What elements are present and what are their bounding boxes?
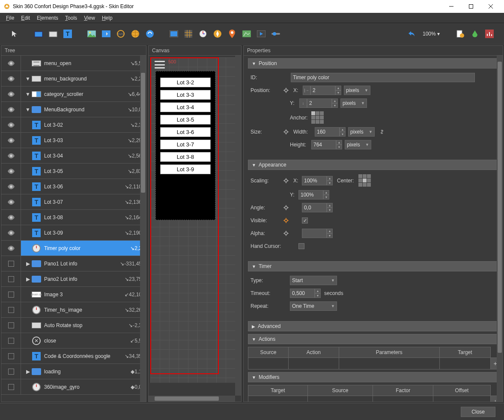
close-button[interactable]: Close [461,407,495,417]
properties-scrollbar[interactable] [497,56,503,402]
scaling-link-icon[interactable] [282,177,290,185]
tool-slider[interactable] [270,28,282,40]
tool-media[interactable] [255,28,267,40]
tool-map[interactable] [241,28,253,40]
tree-item[interactable]: TLot 3-08↘2,164 [21,210,146,225]
width-input[interactable] [315,127,340,137]
visibility-toggle[interactable] [1,86,21,102]
angle-link-icon[interactable] [282,204,290,211]
position-link-icon[interactable] [282,86,290,94]
visibility-toggle[interactable] [1,148,21,164]
menu-elements[interactable]: Elements [33,14,62,22]
angle-input[interactable] [302,203,327,212]
visibility-toggle[interactable] [1,349,21,364]
x-align-icon[interactable]: |→ [303,86,310,95]
y-spinner[interactable]: ▲▼ [332,98,338,108]
chain-icon[interactable] [378,128,386,136]
tree-item[interactable]: TLot 3-03↘2,29 [21,133,146,148]
x-unit-select[interactable]: pixels▼ [344,86,370,95]
tool-select[interactable] [9,28,21,40]
tree-item[interactable]: ▶Pano1 Lot info↘-331,45 [21,256,146,271]
tree-item[interactable]: TLot 3-02↘2,3 [21,117,146,132]
width-spinner[interactable]: ▲▼ [340,127,346,137]
menu-view[interactable]: View [81,14,98,22]
tree-expander[interactable]: ▼ [24,107,31,113]
center-grid[interactable] [358,174,371,187]
tree-item[interactable]: 360image_gyro◆0,0 [21,379,146,394]
tool-undo[interactable] [406,28,418,40]
visibility-toggle[interactable] [1,241,21,256]
tool-image[interactable] [86,28,98,40]
tool-container[interactable] [33,28,45,40]
size-link-icon[interactable] [282,128,290,136]
height-spinner[interactable]: ▲▼ [336,140,342,149]
visibility-toggle[interactable] [1,271,21,287]
canvas-lot-item[interactable]: Lot 3-3 [160,90,211,100]
tree-item[interactable]: ✕close↙5,5 [21,333,146,348]
tool-timer[interactable] [197,28,209,40]
tool-settings[interactable] [483,28,495,40]
width-unit-select[interactable]: pixels▼ [348,127,375,137]
tree-item[interactable]: ▶loading◆1,1 [21,364,146,379]
tool-button[interactable] [100,28,112,40]
visibility-toggle[interactable] [1,194,21,210]
tree-item[interactable]: TCode & Coordonnées google↘34,35 [21,349,146,363]
tree-item[interactable]: ▶Pano2 Lot info↘23,75 [21,271,146,286]
tree-scrollbar[interactable] [140,56,146,402]
alpha-link-icon[interactable] [282,229,290,237]
visibility-toggle[interactable] [1,133,21,148]
visibility-toggle[interactable] [1,210,21,225]
section-advanced-header[interactable]: ▶Advanced [248,321,500,331]
menu-help[interactable]: Help [98,14,116,22]
visibility-toggle[interactable] [1,379,21,395]
section-actions-header[interactable]: ▼Actions [248,334,500,344]
visibility-toggle[interactable] [1,56,21,71]
canvas-lot-item[interactable]: Lot 3-8 [160,152,211,162]
section-position-header[interactable]: ▼Position [248,58,500,69]
tool-video[interactable] [168,28,180,40]
tree-expander[interactable]: ▶ [24,261,31,267]
tree-item[interactable]: ▼category_scroller↘6,44 [21,86,146,101]
menu-edit[interactable]: Edit [18,14,33,22]
actions-empty-row[interactable]: + [248,358,500,369]
section-timer-header[interactable]: ▼Timer [248,261,500,271]
height-input[interactable] [311,140,336,149]
visible-checkbox[interactable] [302,217,308,223]
timer-type-select[interactable]: Start▼ [290,276,337,285]
tool-compass[interactable] [212,28,224,40]
tree-expander[interactable]: ▼ [24,76,31,82]
canvas-lot-item[interactable]: Lot 3-2 [160,77,211,87]
tool-svg[interactable]: SVG [115,28,127,40]
visibility-toggle[interactable] [1,71,21,86]
visibility-toggle[interactable] [1,287,21,302]
scale-x-spinner[interactable]: ▲▼ [327,176,333,185]
tree-expander[interactable]: ▶ [24,276,31,282]
visibility-toggle[interactable] [1,364,21,379]
tree-item[interactable]: TLot 3-06↘2,110 [21,179,146,194]
tool-text[interactable]: T [62,28,74,40]
tree-item[interactable]: TLot 3-04↘2,56 [21,148,146,163]
timer-timeout-input[interactable] [290,289,315,298]
alpha-spinner[interactable]: ▲▼ [327,229,333,238]
canvas-lot-item[interactable]: Lot 3-5 [160,115,211,125]
tree-item[interactable]: Timer poly color↘2,2 [21,241,146,256]
tree-item[interactable]: ▼MenuBackground↘10,0 [21,102,146,117]
tree-item[interactable]: menu_open↘5,5 [21,56,146,71]
tool-marker[interactable] [226,28,238,40]
timer-repeat-select[interactable]: One Time▼ [290,301,337,311]
tree-item[interactable]: TLot 3-07↘2,136 [21,194,146,209]
visibility-toggle[interactable] [1,256,21,271]
canvas-lot-item[interactable]: Lot 3-7 [160,140,211,149]
tree-item[interactable]: ▼menu_background↘2,2 [21,71,146,86]
timer-timeout-spinner[interactable]: ▲▼ [315,289,321,298]
section-modifiers-header[interactable]: ▼Modifiers [248,372,500,382]
maximize-button[interactable] [461,0,481,13]
scale-y-spinner[interactable]: ▲▼ [323,190,329,200]
visibility-toggle[interactable] [1,102,21,117]
tool-rectangle[interactable] [47,28,59,40]
visible-link-icon[interactable] [282,217,290,224]
visibility-toggle[interactable] [1,318,21,333]
alpha-input[interactable] [302,229,327,238]
menu-tools[interactable]: Tools [62,14,81,22]
tool-seekbar[interactable] [144,28,156,40]
